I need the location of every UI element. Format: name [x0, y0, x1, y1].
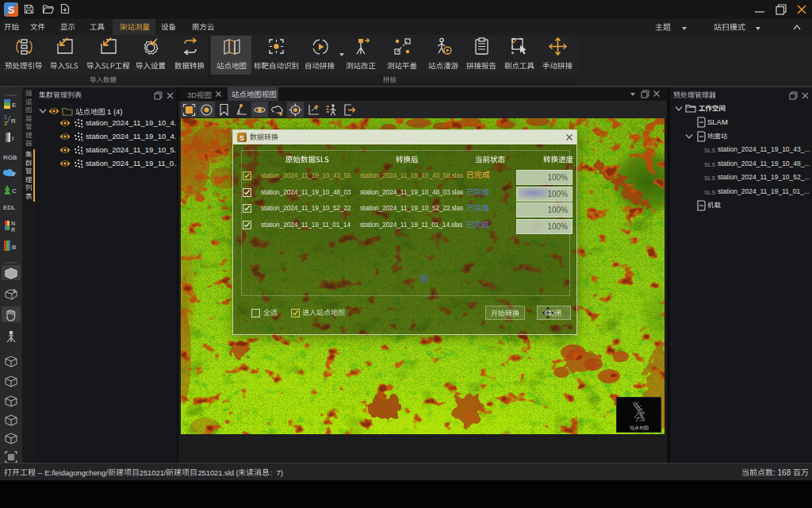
svg-text:EDL: EDL: [3, 204, 16, 211]
svg-text:R: R: [11, 227, 15, 233]
svg-text:1: 1: [4, 114, 7, 120]
svg-text:S: S: [8, 4, 15, 16]
svg-text:R: R: [11, 117, 16, 125]
svg-text:2: 2: [4, 121, 7, 126]
svg-text:RGB: RGB: [3, 154, 17, 161]
svg-text:I: I: [12, 135, 13, 142]
svg-text:B: B: [12, 244, 16, 251]
svg-text:E: E: [12, 102, 16, 109]
svg-text:C: C: [12, 187, 17, 194]
svg-text:N: N: [11, 221, 15, 226]
svg-text:F: F: [13, 171, 17, 178]
svg-text:S: S: [239, 134, 244, 142]
